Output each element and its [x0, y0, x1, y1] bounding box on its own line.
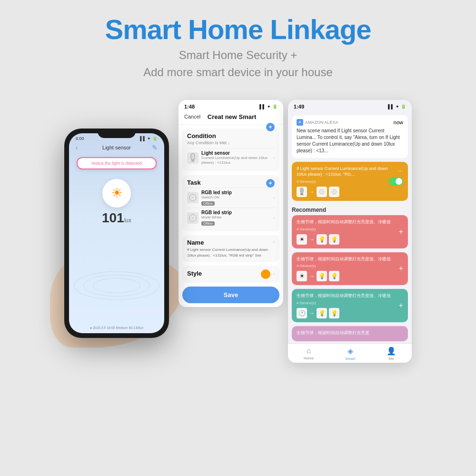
left-phone: 6:00 ▌▌ ✦ 🔋 ‹ Light sensor ✎ Notice the … — [64, 129, 169, 338]
bulb-icon-1 — [317, 187, 327, 197]
recommend-card-3-title: 生物节律，根据时间自动调整灯光亮度值、冷暖值 — [297, 293, 403, 299]
chevron-icon: › — [273, 195, 275, 200]
phone-nav: ‹ Light sensor ✎ — [69, 142, 164, 153]
task-device-2-desc: Mode:White — [201, 215, 270, 220]
main-title: Smart Home Linkage — [10, 14, 466, 45]
alexa-icon: A — [297, 119, 303, 126]
recommend-card-2-icons: ☀ → 💡 💡 — [297, 271, 403, 281]
cancel-button[interactable]: Cancel — [184, 114, 200, 119]
svg-point-9 — [321, 191, 323, 193]
chevron-icon: › — [273, 155, 275, 160]
toggle-switch[interactable] — [389, 177, 403, 186]
style-section[interactable]: Style › — [182, 266, 279, 283]
active-automation-card[interactable]: ··· If Light sensor Current Luminance(Up… — [292, 162, 408, 201]
chevron-icon: › — [273, 239, 275, 244]
more-button[interactable]: ··· — [397, 167, 403, 174]
add-button-1[interactable]: + — [399, 228, 403, 236]
sun-icon: ☀ — [102, 179, 131, 208]
recommend-card-2[interactable]: + 生物节律，根据时间自动调整灯光亮度值、冷暖值 4 Device(s) ☀ →… — [292, 252, 408, 286]
nav-smart[interactable]: ◈ Smart — [345, 347, 355, 361]
recommend-card-4-title: 生物节律，根据时间自动调整灯光亮度 — [297, 330, 403, 336]
add-button-2[interactable]: + — [399, 264, 403, 273]
recommend-card-1[interactable]: + 生物节律，根据时间自动调整灯光亮度值、冷暖值 4 Device(s) ☀ →… — [292, 215, 408, 248]
nav-me[interactable]: 👤 Me — [387, 347, 396, 361]
svg-point-11 — [333, 191, 335, 193]
screen2-status: 1:49 ▌▌ ✦ 🔋 — [288, 100, 412, 111]
subtitle: Smart Home Security + Add more smart dev… — [10, 47, 466, 81]
light-sensor-icon — [187, 152, 198, 164]
condition-title: Condition — [187, 132, 230, 139]
condition-add-button[interactable]: + — [266, 123, 275, 131]
style-color-dot — [261, 269, 270, 279]
edit-icon[interactable]: ✎ — [148, 144, 158, 151]
recommend-card-3[interactable]: + 生物节律，根据时间自动调整灯光亮度值、冷暖值 4 Device(s) 🕐 →… — [292, 289, 408, 322]
bulb-r2-1: 💡 — [317, 271, 327, 281]
phone-time: 6:00 — [76, 136, 84, 141]
condition-device-desc: Current Luminance(Up and down 10lux plea… — [201, 156, 270, 166]
screen1-header: Cancel Creat new Smart — [178, 111, 283, 125]
phone-outer: 6:00 ▌▌ ✦ 🔋 ‹ Light sensor ✎ Notice the … — [64, 129, 169, 338]
phone-nav-title: Light sensor — [85, 145, 148, 150]
wave-lines — [69, 267, 164, 305]
bulb-icon-2 — [329, 187, 339, 197]
phone-notch — [98, 129, 136, 138]
phone-footer: ● 2020.3.5 18:00 Medium 60-130lux — [69, 326, 164, 329]
task-device-1[interactable]: RGB led strip Switch:ON Offline › — [187, 188, 275, 208]
recommend-label: Recommend — [288, 205, 412, 215]
screen2-time: 1:49 — [294, 104, 304, 109]
recommend-card-2-devices: 4 Device(s) — [297, 264, 403, 268]
recommend-card-2-title: 生物节律，根据时间自动调整灯光亮度值、冷暖值 — [297, 256, 403, 262]
add-button-3[interactable]: + — [399, 301, 403, 310]
content-area: 6:00 ▌▌ ✦ 🔋 ‹ Light sensor ✎ Notice the … — [0, 90, 476, 373]
screen2-icons: ▌▌ ✦ 🔋 — [388, 104, 406, 109]
bulb-r1-2: 💡 — [329, 234, 339, 245]
phone-signal: ▌▌ ✦ 🔋 — [140, 136, 158, 141]
name-value: If Light sensor Current Luminance(Up and… — [187, 247, 273, 258]
task-device-1-desc: Switch:ON — [201, 195, 270, 200]
recommend-card-4[interactable]: 生物节律，根据时间自动调整灯光亮度 — [292, 326, 408, 342]
screen1-time: 1:48 — [184, 104, 195, 109]
condition-device[interactable]: Light sensor Current Luminance(Up and do… — [187, 148, 275, 168]
condition-subtitle: Any Condition Is Met ↓ — [187, 140, 230, 145]
svg-rect-6 — [300, 188, 304, 193]
page-header: Smart Home Linkage Smart Home Security +… — [0, 0, 476, 90]
notif-text: New scene named If Light sensor Current … — [297, 128, 403, 154]
name-section[interactable]: Name If Light sensor Current Luminance(U… — [182, 235, 279, 261]
alexa-source: AMAZON ALEXA — [305, 120, 338, 125]
active-card-icons: → — [297, 187, 403, 197]
lux-unit: lux — [124, 217, 131, 224]
condition-section: Condition Any Condition Is Met ↓ + Light… — [182, 129, 279, 171]
screen1-icons: ▌▌ ✦ 🔋 — [259, 104, 278, 109]
screen1-title: Creat new Smart — [208, 113, 257, 120]
home-icon: ⌂ — [307, 347, 311, 355]
sun-device-icon-2: ☀ — [297, 271, 307, 281]
svg-rect-7 — [300, 193, 303, 195]
task-device-2-name: RGB led strip — [201, 210, 270, 215]
lux-display: ☀ 101lux — [69, 179, 164, 226]
nav-home[interactable]: ⌂ Home — [304, 347, 314, 361]
task-device-2[interactable]: RGB led strip Mode:White Offline › — [187, 208, 275, 228]
back-icon[interactable]: ‹ — [76, 144, 85, 151]
screen-create-smart: 1:48 ▌▌ ✦ 🔋 Cancel Creat new Smart Condi… — [178, 100, 283, 307]
notif-header: A AMAZON ALEXA now — [297, 119, 403, 126]
screens-container: 1:48 ▌▌ ✦ 🔋 Cancel Creat new Smart Condi… — [178, 100, 412, 363]
active-card-title: If Light sensor Current Luminance(Up and… — [297, 166, 403, 178]
lux-number: 101 — [102, 210, 124, 225]
bulb-r3-2: 💡 — [329, 308, 339, 318]
name-title: Name — [187, 239, 273, 246]
offline-badge-2: Offline — [201, 221, 215, 226]
smart-icon: ◈ — [347, 347, 353, 356]
rgb-strip-icon-2 — [187, 212, 198, 224]
bottom-nav: ⌂ Home ◈ Smart 👤 Me — [288, 343, 412, 363]
bulb-r2-2: 💡 — [329, 271, 339, 281]
clock-icon: 🕐 — [297, 308, 307, 318]
recommend-card-1-devices: 4 Device(s) — [297, 227, 403, 231]
phone-screen: 6:00 ▌▌ ✦ 🔋 ‹ Light sensor ✎ Notice the … — [69, 133, 164, 333]
recommend-card-3-icons: 🕐 → 💡 💡 — [297, 308, 403, 318]
me-icon: 👤 — [387, 347, 396, 356]
save-button[interactable]: Save — [182, 287, 279, 303]
nav-home-label: Home — [304, 356, 314, 360]
nav-me-label: Me — [389, 357, 394, 361]
screen-smart-home: 1:49 ▌▌ ✦ 🔋 A AMAZON ALEXA now New scene… — [288, 100, 412, 363]
task-add-button[interactable]: + — [266, 179, 275, 188]
